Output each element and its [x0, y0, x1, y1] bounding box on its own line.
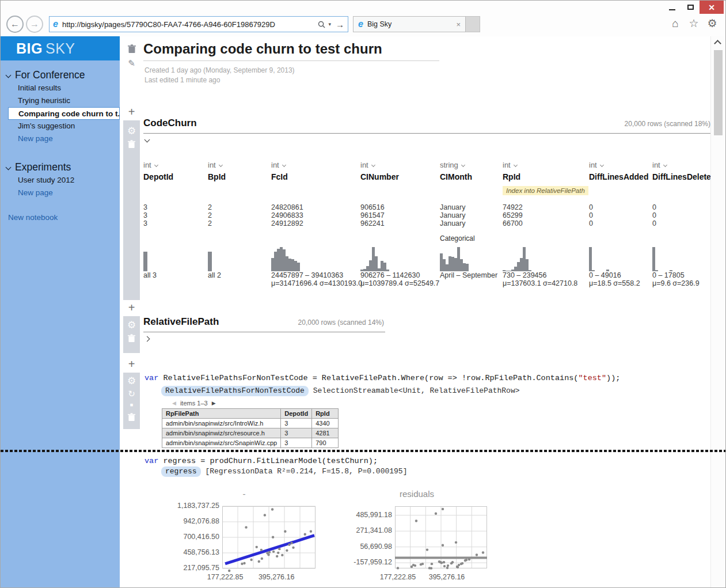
column-type-dropdown[interactable]: int — [503, 161, 517, 169]
cell-settings-gear-icon[interactable]: ⚙ — [123, 125, 140, 137]
regression-summary: [RegressionData R²=0.214, F=15.8, P=0.00… — [201, 467, 408, 476]
codechurn-column-cimonth: string CIMonth JanuaryJanuaryJanuary Cat… — [440, 161, 503, 293]
table-row: admin/bin/snapinwiz/src/SnapinWiz.cpp379… — [162, 438, 339, 448]
y-axis-tick-label: 485,991.18 — [320, 511, 392, 519]
column-stats: μ=31471696.4 σ=4130193.0 — [271, 279, 362, 287]
sidebar-item-initial-results[interactable]: Initial results — [1, 82, 120, 94]
column-type-dropdown[interactable]: int — [208, 161, 222, 169]
section-for-conference[interactable]: For Conference — [1, 68, 120, 82]
new-notebook-link[interactable]: New notebook — [1, 213, 120, 222]
sidebar-item-user-study-2012[interactable]: User study 2012 — [1, 174, 120, 187]
add-cell-icon[interactable]: + — [120, 302, 143, 313]
vertical-scrollbar — [710, 36, 725, 588]
x-axis-tick-label: 177,222.85 — [207, 573, 244, 581]
scatter-plot — [395, 506, 487, 568]
scroll-up-icon[interactable] — [714, 40, 721, 47]
cell-delete-icon[interactable] — [123, 334, 140, 345]
forward-button[interactable]: → — [26, 16, 43, 33]
column-type-dropdown[interactable]: int — [271, 161, 286, 169]
sidebar-item-trying-heuristic[interactable]: Trying heuristic — [1, 94, 120, 107]
column-name[interactable]: FcId — [271, 172, 360, 181]
chevron-down-icon — [6, 164, 12, 170]
column-name[interactable]: DiffLinesDeleted — [652, 172, 712, 181]
add-cell-icon[interactable]: + — [120, 359, 143, 369]
chevron-down-icon — [6, 72, 12, 78]
cell-settings-gear-icon[interactable]: ⚙ — [123, 375, 140, 387]
regression-charts: -1,183,737.25942,076.88700,416.50458,756… — [143, 489, 710, 587]
cell-stop-icon[interactable]: ■ — [123, 402, 140, 408]
sidebar: BIGSKY For Conference Initial results Tr… — [1, 36, 120, 588]
sidebar-item-jims-suggestion[interactable]: Jim's suggestion — [1, 120, 120, 132]
page-title[interactable]: Comparing code churn to test churn — [143, 41, 439, 61]
home-icon[interactable]: ⌂ — [669, 17, 682, 30]
codechurn-title[interactable]: CodeChurn — [143, 117, 197, 129]
cell-delete-icon[interactable] — [123, 413, 140, 424]
address-bar[interactable]: e http://bigsky/pages/57790C80-FAA7-4766… — [49, 16, 348, 32]
code-cell[interactable]: var regress = prodChurn.FitLinearModel(t… — [145, 457, 378, 465]
column-type-dropdown[interactable]: int — [652, 161, 667, 169]
relativefilepath-expand-icon[interactable] — [145, 336, 150, 342]
cell-settings-gear-icon[interactable]: ⚙ — [123, 319, 140, 331]
codechurn-collapse-icon[interactable] — [145, 137, 150, 143]
chevron-down-icon — [461, 163, 465, 167]
variable-type: SelectionStreamable<Unit, RelativeFilePa… — [309, 386, 520, 395]
section-experiments[interactable]: Experiments — [1, 160, 120, 174]
cell-toolbar: ⚙ ↻ ■ — [123, 373, 140, 429]
y-axis-tick-label: 942,076.88 — [147, 517, 219, 525]
code-cell[interactable]: var RelativeFilePathsForNonTestCode = Re… — [145, 374, 620, 382]
cell-delete-icon[interactable] — [123, 140, 140, 151]
column-range: 24457897 – 39410363 — [271, 271, 343, 279]
variable-chip[interactable]: RelativeFilePathsForNonTestCode — [161, 386, 309, 396]
column-name[interactable]: DiffLinesAdded — [589, 172, 652, 181]
y-axis-tick-label: 56,690.98 — [320, 543, 392, 551]
y-axis-tick-label: -157,959.12 — [320, 558, 392, 566]
url-input[interactable]: http://bigsky/pages/57790C80-FAA7-4766-A… — [62, 20, 318, 29]
favorites-star-icon[interactable]: ☆ — [687, 17, 700, 30]
chevron-down-icon — [600, 163, 604, 167]
column-name[interactable]: CIMonth — [440, 172, 503, 181]
pager-prev-icon[interactable]: ◀ — [172, 400, 176, 406]
sidebar-item-comparing-code-churn[interactable]: Comparing code churn to t... — [8, 107, 120, 120]
y-axis-tick-label: 217,095.75 — [147, 564, 219, 572]
tab-close-icon[interactable]: × — [456, 20, 461, 29]
search-icon[interactable] — [318, 21, 325, 28]
cell-toolbar: ⚙ — [123, 120, 140, 300]
address-dropdown-icon[interactable]: ▾ — [328, 21, 331, 27]
column-name[interactable]: BpId — [208, 172, 271, 181]
browser-tab[interactable]: e Big Sky × — [353, 16, 466, 32]
column-sample-values: JanuaryJanuaryJanuary — [440, 203, 465, 227]
column-stats: μ=137603.1 σ=42710.8 — [503, 279, 577, 287]
maximize-button[interactable] — [681, 1, 700, 14]
settings-gear-icon[interactable]: ⚙ — [706, 17, 719, 30]
column-type-dropdown[interactable]: string — [440, 161, 465, 169]
column-name[interactable]: DepotId — [143, 172, 208, 181]
pager-next-icon[interactable]: ▶ — [212, 400, 216, 406]
go-arrow-icon[interactable]: → — [336, 20, 344, 29]
keyword: var — [145, 457, 158, 465]
column-sample-values: 000 — [652, 203, 656, 227]
back-button[interactable]: ← — [6, 16, 24, 33]
column-range: all 2 — [208, 271, 221, 279]
column-type-dropdown[interactable]: int — [589, 161, 603, 169]
sidebar-new-page-link[interactable]: New page — [1, 132, 120, 145]
codechurn-column-cinumber: int CINumber 906516961547962241 906276 –… — [360, 161, 440, 293]
cell-refresh-icon[interactable]: ↻ — [123, 389, 140, 399]
scrollbar-thumb[interactable] — [714, 50, 723, 135]
column-name[interactable]: CINumber — [360, 172, 440, 181]
column-type-dropdown[interactable]: int — [360, 161, 375, 169]
add-cell-icon[interactable]: + — [120, 107, 143, 117]
new-tab-button[interactable] — [466, 16, 480, 32]
variable-chip[interactable]: regress — [161, 466, 201, 477]
sidebar-new-page-link[interactable]: New page — [1, 187, 120, 199]
column-type-dropdown[interactable]: int — [143, 161, 158, 169]
column-histogram — [208, 247, 212, 271]
result-row: RelativeFilePathsForNonTestCode Selectio… — [161, 386, 520, 395]
close-button[interactable]: ✕ — [700, 1, 724, 14]
relativefilepath-title[interactable]: RelativeFilePath — [143, 316, 219, 328]
cell-toolbar: ⚙ — [123, 316, 140, 353]
codechurn-column-fcid: int FcId 248208612490683324912892 244578… — [271, 161, 360, 293]
delete-page-icon[interactable] — [120, 44, 143, 56]
edit-pencil-icon[interactable]: ✎ — [120, 58, 143, 69]
minimize-button[interactable] — [663, 1, 681, 14]
column-name[interactable]: RpId — [503, 172, 589, 181]
